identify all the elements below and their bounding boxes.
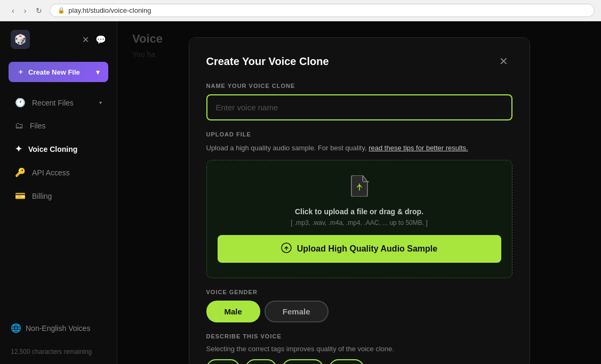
tag-yo[interactable]: Yo [245, 359, 277, 365]
back-button[interactable]: ‹ [9, 5, 18, 16]
voice-gender-section: VOICE GENDER Male Female [206, 289, 512, 322]
folder-icon: 🗂 [15, 121, 23, 131]
lang-label: Non-English Voices [26, 324, 90, 333]
sidebar-item-label: Recent Files [32, 99, 74, 107]
sidebar-nav: 🕐 Recent Files ▾ 🗂 Files ✦ Voice Cloning… [0, 86, 117, 317]
tag-buttons: Vic Yo Middl Old [206, 359, 512, 365]
upload-audio-button[interactable]: Upload High Quality Audio Sample [218, 235, 501, 263]
create-new-file-button[interactable]: ＋ Create New File ▾ [9, 62, 108, 82]
upload-click-text: Click to upload a file or drag & drop. [218, 207, 501, 216]
upload-desc: Upload a high quality audio sample. For … [206, 143, 512, 153]
gender-buttons: Male Female [206, 301, 512, 322]
sidebar-item-api-access[interactable]: 🔑 API Access [4, 161, 113, 184]
plus-icon: ＋ [17, 67, 24, 77]
clock-icon: 🕐 [15, 98, 26, 108]
app-logo: 🎲 [11, 30, 30, 49]
modal-close-button[interactable]: ✕ [495, 53, 512, 70]
close-icon: ✕ [499, 55, 508, 67]
describe-section: DESCRIBE THIS VOICE Selecting the correc… [206, 333, 512, 365]
chevron-icon: ▾ [99, 100, 102, 106]
tag-middl[interactable]: Middl [282, 359, 324, 365]
sidebar-logo: 🎲 ✕ 💬 [0, 21, 117, 58]
sidebar-item-non-english-voices[interactable]: 🌐 Non-English Voices [0, 317, 117, 339]
tag-vic[interactable]: Vic [206, 359, 240, 365]
file-upload-icon [218, 175, 501, 201]
lock-icon: 🔒 [58, 7, 65, 14]
twitter-icon[interactable]: ✕ [82, 35, 89, 45]
upload-formats: [ .mp3, .wav, .m4a, .mp4, .AAC, ... up t… [218, 219, 501, 227]
upload-section: UPLOAD FILE Upload a high quality audio … [206, 131, 512, 278]
describe-desc: Selecting the correct tags improves qual… [206, 345, 512, 353]
voice-gender-label: VOICE GENDER [206, 289, 512, 295]
chevron-down-icon: ▾ [96, 68, 100, 76]
discord-icon[interactable]: 💬 [95, 35, 106, 45]
globe-icon: 🌐 [11, 323, 21, 333]
sidebar-item-label: Voice Cloning [28, 145, 77, 153]
create-voice-clone-modal: Create Your Voice Clone ✕ NAME YOUR VOIC… [189, 37, 530, 364]
create-btn-label: Create New File [28, 68, 80, 76]
modal-header: Create Your Voice Clone ✕ [206, 53, 512, 70]
app-container: 🎲 ✕ 💬 ＋ Create New File ▾ 🕐 Recent Files… [0, 21, 601, 364]
male-gender-button[interactable]: Male [206, 301, 260, 322]
sidebar: 🎲 ✕ 💬 ＋ Create New File ▾ 🕐 Recent Files… [0, 21, 117, 364]
sidebar-item-label: Files [30, 122, 46, 130]
chars-remaining: 12,500 characters remaining [0, 339, 117, 364]
sidebar-item-recent-files[interactable]: 🕐 Recent Files ▾ [4, 91, 113, 114]
main-content: Voice You ha Create Your Voice Clone ✕ N… [117, 21, 601, 364]
logo-icon: 🎲 [14, 34, 26, 45]
billing-icon: 💳 [15, 191, 26, 201]
sidebar-item-files[interactable]: 🗂 Files [4, 115, 113, 137]
tag-old[interactable]: Old [329, 359, 364, 365]
tips-link[interactable]: read these tips for better results. [368, 144, 468, 152]
upload-btn-icon [281, 242, 292, 255]
refresh-button[interactable]: ↻ [33, 5, 45, 16]
sidebar-social: ✕ 💬 [82, 35, 106, 45]
female-gender-button[interactable]: Female [265, 301, 328, 322]
describe-label: DESCRIBE THIS VOICE [206, 333, 512, 339]
chars-remaining-text: 12,500 characters remaining [11, 348, 92, 355]
upload-btn-label: Upload High Quality Audio Sample [297, 244, 437, 254]
sparkle-icon: ✦ [15, 144, 22, 154]
voice-name-input[interactable] [206, 94, 512, 120]
name-section-label: NAME YOUR VOICE CLONE [206, 83, 512, 89]
sidebar-item-label: Billing [32, 192, 52, 200]
upload-dropzone[interactable]: Click to upload a file or drag & drop. [… [206, 160, 512, 278]
modal-title: Create Your Voice Clone [206, 55, 329, 68]
name-section: NAME YOUR VOICE CLONE [206, 83, 512, 131]
key-icon: 🔑 [15, 167, 26, 177]
upload-section-label: UPLOAD FILE [206, 131, 512, 137]
create-btn-left: ＋ Create New File [17, 67, 80, 77]
sidebar-item-voice-cloning[interactable]: ✦ Voice Cloning [4, 137, 113, 160]
forward-button[interactable]: › [21, 5, 30, 16]
sidebar-item-billing[interactable]: 💳 Billing [4, 184, 113, 207]
url-text: play.ht/studio/voice-cloning [68, 6, 151, 14]
browser-bar: ‹ › ↻ 🔒 play.ht/studio/voice-cloning [0, 0, 601, 21]
sidebar-item-label: API Access [32, 168, 70, 177]
url-bar[interactable]: 🔒 play.ht/studio/voice-cloning [50, 4, 595, 17]
browser-nav[interactable]: ‹ › ↻ [9, 5, 45, 16]
